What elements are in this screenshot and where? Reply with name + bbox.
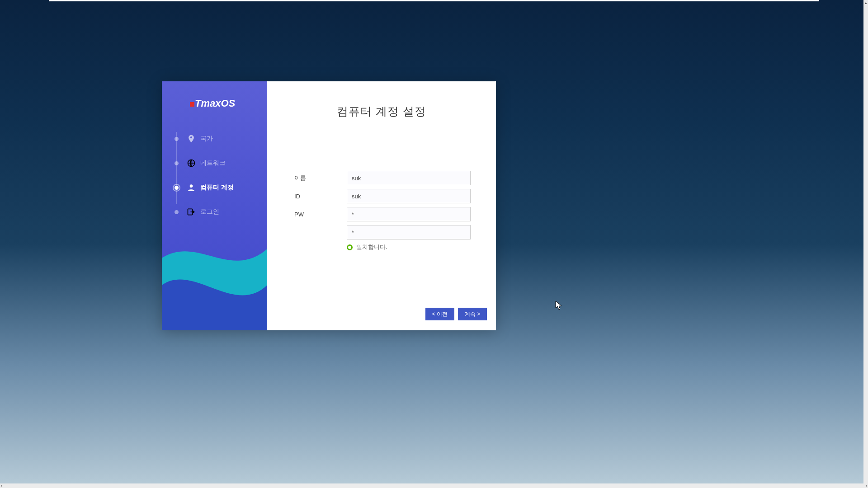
- person-icon: [187, 183, 196, 192]
- horizontal-scrollbar[interactable]: ‹ ›: [0, 483, 868, 488]
- next-button[interactable]: 계속 >: [458, 308, 487, 320]
- step-dot: [175, 186, 179, 190]
- scroll-up-arrow-icon[interactable]: ▴: [865, 0, 867, 5]
- step-label: 컴퓨터 계정: [200, 183, 234, 192]
- row-pw: PW: [294, 206, 471, 222]
- step-dot: [175, 161, 179, 165]
- sidebar-waves-deco: [162, 231, 267, 330]
- main-panel: 컴퓨터 계정 설정 이름 ID PW . 일치합니다.: [267, 81, 496, 330]
- pw-match-status: 일치합니다.: [347, 243, 471, 251]
- pw-confirm-input[interactable]: [347, 225, 471, 239]
- mouse-cursor-icon: [555, 300, 562, 311]
- pw-input[interactable]: [347, 207, 471, 221]
- svg-point-1: [190, 184, 193, 188]
- step-label: 네트워크: [200, 159, 226, 167]
- row-pw-confirm: .: [294, 224, 471, 240]
- row-id: ID: [294, 188, 471, 204]
- name-label: 이름: [294, 174, 347, 182]
- step-label: 국가: [200, 135, 213, 143]
- step-dot: [175, 137, 179, 141]
- brand-logo: TmaxOS: [190, 98, 235, 109]
- top-white-strip: [49, 0, 819, 1]
- wizard-nav: < 이전 계속 >: [425, 308, 487, 320]
- scroll-left-arrow-icon[interactable]: ‹: [1, 483, 2, 488]
- sidebar-step-country[interactable]: 국가: [175, 127, 265, 151]
- login-icon: [187, 207, 196, 216]
- row-name: 이름: [294, 170, 471, 186]
- status-text: 일치합니다.: [356, 243, 387, 251]
- globe-icon: [187, 159, 196, 168]
- sidebar-step-network[interactable]: 네트워크: [175, 151, 265, 175]
- check-ok-icon: [347, 244, 353, 250]
- vertical-scrollbar[interactable]: ▴: [863, 0, 868, 483]
- brand-name: TmaxOS: [195, 98, 235, 109]
- id-input[interactable]: [347, 189, 471, 203]
- map-pin-icon: [187, 134, 196, 143]
- logo-red-square-icon: [190, 102, 194, 107]
- step-dot: [175, 210, 179, 214]
- sidebar-steps: 국가 네트워크 컴퓨터 계정: [175, 127, 265, 224]
- step-label: 로그인: [200, 208, 219, 216]
- page-title: 컴퓨터 계정 설정: [267, 104, 496, 119]
- name-input[interactable]: [347, 171, 471, 185]
- sidebar-step-account[interactable]: 컴퓨터 계정: [175, 175, 265, 200]
- sidebar: TmaxOS 국가 네트워크: [162, 81, 267, 330]
- prev-button[interactable]: < 이전: [425, 308, 454, 320]
- pw-label: PW: [294, 211, 347, 218]
- scroll-right-arrow-icon[interactable]: ›: [866, 483, 867, 488]
- account-form: 이름 ID PW . 일치합니다.: [294, 170, 471, 251]
- id-label: ID: [294, 193, 347, 200]
- sidebar-step-login[interactable]: 로그인: [175, 200, 265, 224]
- installer-window: TmaxOS 국가 네트워크: [162, 81, 496, 330]
